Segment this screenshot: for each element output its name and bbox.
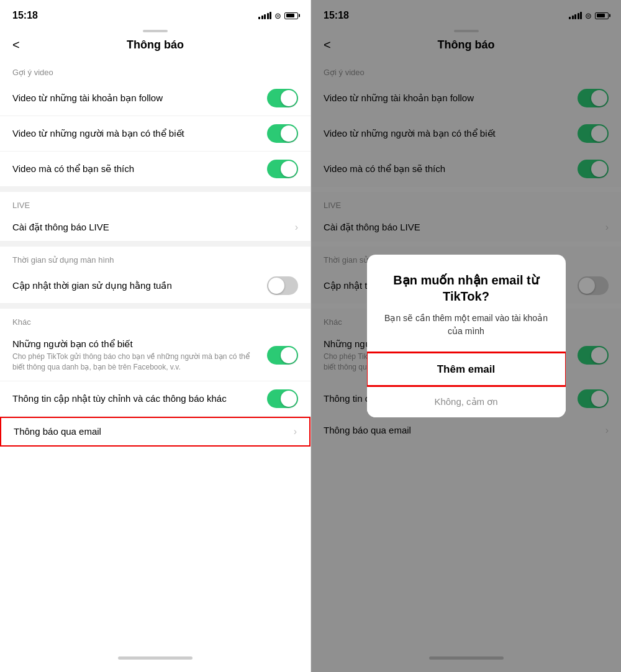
setting-people-left: Những người bạn có thể biết Cho phép Tik… (0, 330, 310, 381)
setting-text: Video mà có thể bạn sẽ thích (12, 163, 267, 175)
section-label-video-left: Gợi ý video (0, 59, 310, 81)
setting-video-follow-left: Video từ những tài khoản bạn follow (0, 81, 310, 116)
page-title-left: Thông báo (127, 39, 184, 52)
setting-text: Thông báo qua email (14, 426, 294, 437)
dismiss-button[interactable]: Không, cảm ơn (367, 386, 566, 417)
setting-time-left: Cập nhật thời gian sử dụng hằng tuần (0, 268, 310, 304)
left-panel: 15:18 ⊜ < Thông báo Gợi ý video Video từ… (0, 0, 310, 672)
setting-text: Cài đặt thông báo LIVE (12, 222, 295, 233)
setting-text: Video từ những tài khoản bạn follow (12, 93, 267, 104)
status-icons-left: ⊜ (258, 11, 298, 20)
status-bar-left: 15:18 ⊜ (0, 0, 310, 27)
section-label-time-left: Thời gian sử dụng màn hình (0, 247, 310, 268)
setting-update-left: Thông tin cập nhật tùy chỉnh và các thôn… (0, 381, 310, 417)
setting-text: Video từ những người mà bạn có thể biết (12, 128, 267, 139)
toggle-update-left[interactable] (267, 389, 298, 408)
content-left: Gợi ý video Video từ những tài khoản bạn… (0, 59, 310, 652)
toggle-video-like-left[interactable] (267, 160, 298, 178)
section-label-live-left: LIVE (0, 192, 310, 214)
modal-dialog: Bạn muốn nhận email từ TikTok? Bạn sẽ cầ… (367, 255, 566, 417)
section-label-other-left: Khác (0, 309, 310, 330)
toggle-video-follow-left[interactable] (267, 89, 298, 107)
battery-icon-left (284, 12, 298, 19)
setting-sub: Cho phép TikTok gửi thông báo cho bạn về… (12, 352, 260, 373)
scroll-indicator-left (0, 27, 310, 34)
setting-text: Thông tin cập nhật tùy chỉnh và các thôn… (12, 393, 267, 404)
page-header-left: < Thông báo (0, 34, 310, 59)
divider-1-left (0, 187, 310, 192)
time-left: 15:18 (12, 10, 38, 21)
setting-live-left[interactable]: Cài đặt thông báo LIVE › (0, 214, 310, 242)
modal-overlay: Bạn muốn nhận email từ TikTok? Bạn sẽ cầ… (311, 0, 621, 672)
back-button-left[interactable]: < (12, 38, 20, 52)
modal-desc: Bạn sẽ cần thêm một email vào tài khoản … (382, 312, 551, 338)
modal-title: Bạn muốn nhận email từ TikTok? (382, 272, 551, 304)
bottom-bar-left (0, 652, 310, 672)
toggle-people-left[interactable] (267, 346, 298, 365)
divider-2-left (0, 242, 310, 247)
setting-email-left[interactable]: Thông báo qua email › (0, 417, 310, 447)
home-bar-left (118, 656, 193, 660)
setting-video-like-left: Video mà có thể bạn sẽ thích (0, 152, 310, 187)
setting-video-maybe-left: Video từ những người mà bạn có thể biết (0, 116, 310, 152)
setting-text: Những người bạn có thể biết (12, 338, 260, 350)
chevron-email-left: › (294, 426, 297, 437)
add-email-button[interactable]: Thêm email (367, 353, 566, 386)
setting-text: Cập nhật thời gian sử dụng hằng tuần (12, 280, 267, 291)
divider-3-left (0, 304, 310, 309)
right-panel: 15:18 ⊜ < Thông báo Gợi ý video Video từ… (310, 0, 621, 672)
toggle-video-maybe-left[interactable] (267, 124, 298, 143)
wifi-icon-left: ⊜ (274, 11, 281, 20)
chevron-live-left: › (295, 222, 298, 233)
signal-icon-left (258, 12, 271, 19)
toggle-time-left[interactable] (267, 276, 298, 295)
